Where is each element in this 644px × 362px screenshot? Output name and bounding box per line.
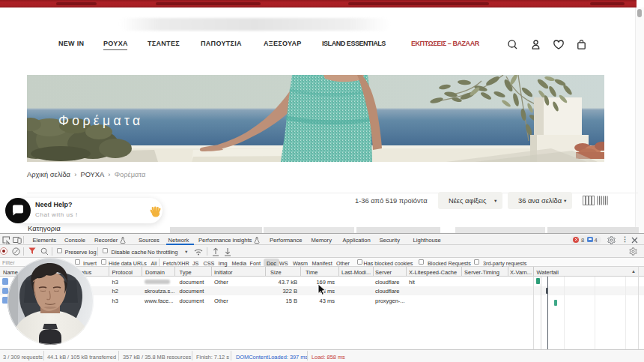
svg-text:Φορέματα: Φορέματα	[58, 113, 144, 128]
